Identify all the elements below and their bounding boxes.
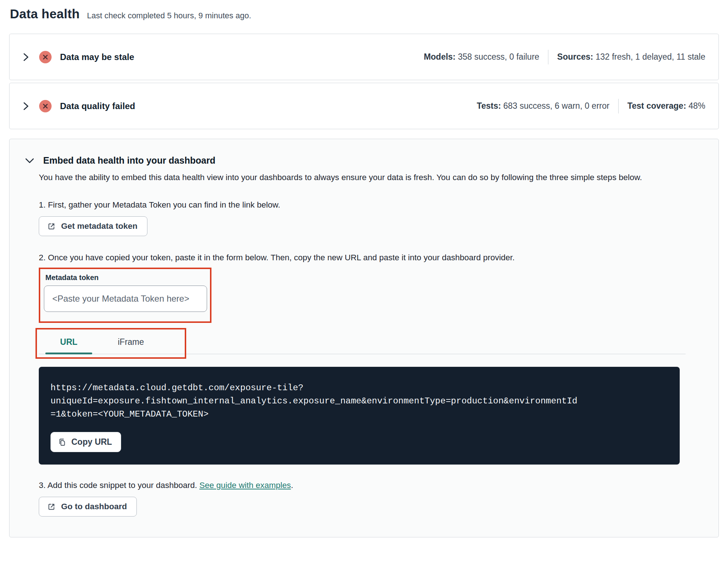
embed-description: You have the ability to embed this data … — [39, 172, 661, 183]
copy-url-label: Copy URL — [71, 437, 112, 447]
embed-url-line: uniqueId=exposure.fishtown_internal_anal… — [50, 395, 667, 408]
embed-section-header[interactable]: Embed data health into your dashboard — [25, 155, 686, 166]
tests-metric: Tests: 683 success, 6 warn, 0 error — [477, 101, 609, 111]
test-coverage-metric: Test coverage: 48% — [627, 101, 705, 111]
step-1-text: 1. First, gather your Metadata Token you… — [39, 200, 686, 210]
step-3-suffix: . — [291, 481, 293, 490]
step-3-text: 3. Add this code snippet to your dashboa… — [39, 481, 686, 490]
metric-value: 48% — [688, 101, 705, 111]
token-field-annotation-box: Metadata token — [39, 268, 211, 323]
chevron-right-icon — [23, 101, 29, 111]
embed-url-line: https://metadata.cloud.getdbt.com/exposu… — [50, 381, 667, 395]
metric-label: Tests: — [477, 101, 501, 111]
output-tabs: URL iFrame — [39, 329, 686, 354]
copy-url-button[interactable]: Copy URL — [50, 432, 121, 452]
external-link-icon — [47, 503, 56, 511]
external-link-icon — [47, 222, 56, 231]
metric-value: 683 success, 6 warn, 0 error — [503, 101, 609, 111]
expand-stale-button[interactable] — [21, 51, 31, 64]
copy-icon — [58, 438, 66, 447]
metadata-token-label: Metadata token — [45, 273, 207, 282]
chevron-right-icon — [23, 52, 29, 62]
embed-section: Embed data health into your dashboard Yo… — [9, 139, 719, 537]
status-card-title: Data quality failed — [60, 101, 135, 111]
sources-metric: Sources: 132 fresh, 1 delayed, 11 stale — [557, 52, 705, 62]
tab-url[interactable]: URL — [45, 337, 92, 354]
chevron-down-icon — [25, 157, 34, 164]
status-card-title: Data may be stale — [60, 52, 134, 62]
step-3-prefix: 3. Add this code snippet to your dashboa… — [39, 481, 199, 490]
x-circle-icon — [39, 100, 52, 112]
metadata-token-input[interactable] — [44, 286, 207, 312]
metric-value: 132 fresh, 1 delayed, 11 stale — [596, 52, 705, 61]
tab-iframe[interactable]: iFrame — [113, 337, 149, 354]
metric-label: Test coverage: — [627, 101, 686, 111]
metric-label: Models: — [424, 52, 455, 61]
models-metric: Models: 358 success, 0 failure — [424, 52, 539, 62]
metric-label: Sources: — [557, 52, 593, 61]
page-header: Data health Last check completed 5 hours… — [10, 7, 719, 21]
go-to-dashboard-label: Go to dashboard — [61, 502, 127, 511]
get-metadata-token-label: Get metadata token — [61, 221, 138, 231]
x-circle-icon — [39, 51, 52, 63]
embed-section-title: Embed data health into your dashboard — [43, 155, 215, 166]
page-title: Data health — [10, 7, 80, 21]
go-to-dashboard-button[interactable]: Go to dashboard — [39, 497, 137, 517]
metric-divider — [548, 50, 548, 64]
last-check-status: Last check completed 5 hours, 9 minutes … — [87, 11, 251, 20]
metric-value: 358 success, 0 failure — [458, 52, 539, 61]
metric-divider — [618, 99, 619, 113]
status-card-quality: Data quality failed Tests: 683 success, … — [9, 83, 719, 129]
embed-url-line: =1&token=<YOUR_METADATA_TOKEN> — [50, 408, 667, 421]
step-2-text: 2. Once you have copied your token, past… — [39, 253, 686, 262]
status-card-stale: Data may be stale Models: 358 success, 0… — [9, 34, 719, 80]
expand-quality-button[interactable] — [21, 100, 31, 113]
embed-url-code-block: https://metadata.cloud.getdbt.com/exposu… — [39, 367, 680, 465]
guide-examples-link[interactable]: See guide with examples — [199, 481, 291, 490]
get-metadata-token-button[interactable]: Get metadata token — [39, 216, 147, 236]
